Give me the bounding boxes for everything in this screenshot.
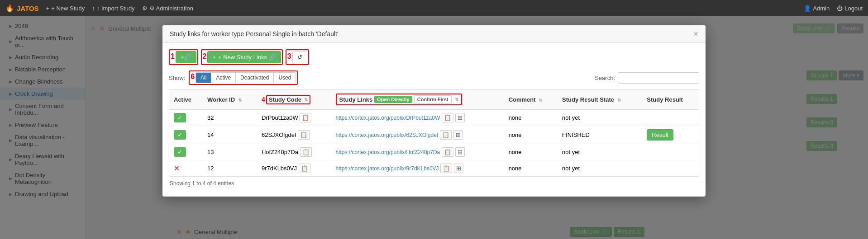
cell-worker-id: 32 (203, 109, 257, 126)
filter-used-btn[interactable]: Used (274, 73, 296, 83)
table-header-row: Active Worker ID ⇅ 4 Study Code (169, 90, 699, 109)
cell-comment: none (504, 144, 558, 160)
copy-code-btn[interactable]: 📋 (298, 130, 310, 140)
cell-worker-id: 12 (203, 160, 257, 177)
cell-study-link: https://cortex.jatos.org/publix/9r7dKLbs… (331, 160, 504, 177)
sort-worker-icon: ⇅ (238, 98, 242, 103)
import-study-label: ↑ Import Study (97, 5, 135, 12)
cell-comment: none (504, 109, 558, 126)
copy-link-btn[interactable]: 📋 (442, 113, 453, 122)
cell-active[interactable]: ✓ (169, 109, 203, 126)
cell-result-state: not yet (558, 109, 642, 126)
col-study-result: Study Result (642, 90, 699, 109)
copy-code-btn[interactable]: 📋 (300, 113, 311, 122)
cell-study-result (642, 109, 699, 126)
cell-result-state: FINISHED (558, 126, 642, 144)
administration-nav[interactable]: ⚙ ⚙ Administration (142, 5, 193, 12)
cell-study-code: DrPbut1za0W 📋 (257, 109, 331, 126)
filter-all-btn[interactable]: All (196, 73, 211, 83)
col-study-code[interactable]: 4 Study Code ⇅ (257, 90, 331, 109)
inactive-x: ✕ (174, 164, 180, 172)
result-btn[interactable]: Result (647, 129, 673, 141)
refresh-icon: ↺ (297, 54, 302, 61)
col-comment[interactable]: Comment ⇅ (504, 90, 558, 109)
brand-icon: 🔥 (5, 4, 14, 12)
open-directly-badge: Open Directly (374, 96, 412, 103)
cell-result-state: not yet (558, 160, 642, 177)
sort-study-links-icon: ⇅ (455, 97, 458, 102)
import-study-nav[interactable]: ↑ ↑ Import Study (92, 5, 134, 12)
study-code-value: HofZ248p7Da (262, 149, 298, 155)
cell-study-result (642, 160, 699, 177)
new-study-links-btn[interactable]: + + New Study Links 🔗 (207, 51, 281, 63)
filter-active-btn[interactable]: Active (211, 73, 236, 83)
cell-study-code: 62SJXOlgdeI 📋 (257, 126, 331, 144)
copy-code-btn[interactable]: 📋 (299, 164, 310, 173)
refresh-btn[interactable]: ↺ (292, 51, 307, 63)
col-study-links[interactable]: Study Links Open Directly Confirm First … (331, 90, 504, 109)
table-row: ✓32DrPbut1za0W 📋https://cortex.jatos.org… (169, 109, 699, 126)
filter-deactivated-btn[interactable]: Deactivated (236, 73, 274, 83)
cell-comment: none (504, 126, 558, 144)
cell-study-link: https://cortex.jatos.org/publix/62SJXOlg… (331, 126, 504, 144)
new-study-links-label: + New Study Links 🔗 (218, 54, 276, 61)
search-input[interactable] (618, 72, 699, 84)
confirm-first-badge: Confirm First (414, 95, 452, 103)
modal: Study links for worker type Personal Sin… (162, 25, 706, 197)
filter-btn-group: All Active Deactivated Used (196, 72, 296, 83)
new-study-nav[interactable]: + + New Study (46, 5, 85, 12)
admin-user[interactable]: 👤 Admin (804, 5, 830, 12)
plus-icon-toolbar: + (212, 54, 216, 61)
annotation-4: 4 (262, 96, 265, 103)
show-label: Show: (169, 75, 185, 81)
gear-icon: ⚙ (142, 5, 148, 12)
admin-label: Admin (813, 5, 830, 12)
col-result-state[interactable]: Study Result State ⇅ (558, 90, 642, 109)
cell-study-result: Result (642, 126, 699, 144)
table-body: ✓32DrPbut1za0W 📋https://cortex.jatos.org… (169, 109, 699, 176)
table: Active Worker ID ⇅ 4 Study Code (169, 90, 699, 176)
study-link-url: https://cortex.jatos.org/publix/62SJXOlg… (336, 132, 439, 138)
cell-study-code: HofZ248p7Da 📋 (257, 144, 331, 160)
qr-code-btn[interactable]: ⊞ (455, 113, 465, 122)
filter-right: Search: (595, 72, 699, 84)
cell-study-link: https://cortex.jatos.org/publix/DrPbut1z… (331, 109, 504, 126)
cell-result-state: not yet (558, 144, 642, 160)
active-check: ✓ (174, 147, 186, 157)
copy-link-btn[interactable]: 📋 (440, 130, 452, 140)
cell-active[interactable]: ✓ (169, 126, 203, 144)
modal-body: 1 +🔗 2 + + New Study Links 🔗 3 (162, 43, 706, 197)
clock-icon: ⏻ (837, 5, 843, 12)
table-head: Active Worker ID ⇅ 4 Study Code (169, 90, 699, 109)
study-link-url: https://cortex.jatos.org/publix/DrPbut1z… (336, 115, 440, 121)
modal-overlay: Study links for worker type Personal Sin… (0, 16, 868, 239)
modal-close-btn[interactable]: × (693, 30, 698, 38)
add-link-icon-btn[interactable]: +🔗 (176, 51, 196, 63)
annotation-6: 6 (191, 73, 195, 81)
active-check: ✓ (174, 113, 186, 122)
qr-code-btn[interactable]: ⊞ (455, 147, 465, 157)
cell-study-result (642, 144, 699, 160)
study-code-value: 9r7dKLbs0VJ (262, 165, 297, 172)
annotation-1: 1 (171, 52, 175, 61)
qr-code-btn[interactable]: ⊞ (453, 130, 463, 140)
cell-active[interactable]: ✓ (169, 144, 203, 160)
cell-study-link: https://cortex.jatos.org/publix/HofZ248p… (331, 144, 504, 160)
study-code-value: DrPbut1za0W (262, 114, 298, 121)
copy-link-btn[interactable]: 📋 (442, 147, 453, 157)
entries-count: Showing 1 to 4 of 4 entries (170, 180, 234, 187)
table-row: ✕129r7dKLbs0VJ 📋https://cortex.jatos.org… (169, 160, 699, 177)
import-icon: ↑ (92, 5, 95, 12)
col-worker-id[interactable]: Worker ID ⇅ (203, 90, 257, 109)
copy-link-btn[interactable]: 📋 (440, 164, 452, 173)
user-icon: 👤 (804, 5, 811, 12)
cell-worker-id: 14 (203, 126, 257, 144)
cell-active[interactable]: ✕ (169, 160, 203, 177)
table-row: ✓1462SJXOlgdeI 📋https://cortex.jatos.org… (169, 126, 699, 144)
copy-code-btn[interactable]: 📋 (300, 147, 312, 157)
study-link-url: https://cortex.jatos.org/publix/9r7dKLbs… (336, 165, 439, 172)
filter-left: Show: 6 All Active Deactivated Used (169, 70, 298, 85)
qr-code-btn[interactable]: ⊞ (454, 164, 463, 173)
filter-bar: Show: 6 All Active Deactivated Used Sear… (169, 70, 699, 85)
logout-btn[interactable]: ⏻ Logout (837, 5, 863, 12)
